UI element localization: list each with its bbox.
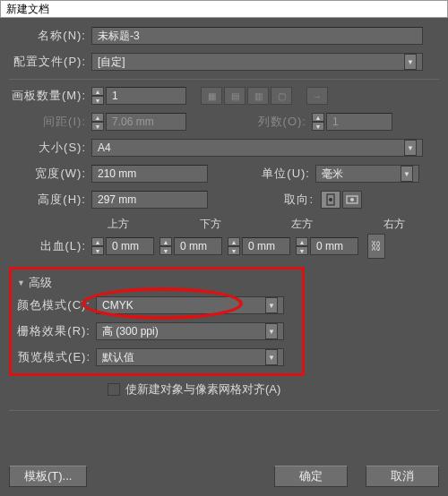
width-input[interactable] xyxy=(91,165,208,183)
bleed-bottom-input[interactable] xyxy=(174,237,222,255)
chevron-down-icon: ▼ xyxy=(404,54,417,70)
align-pixel-checkbox[interactable] xyxy=(108,383,120,396)
step-up-icon: ▲ xyxy=(91,113,104,122)
disclosure-triangle-icon[interactable]: ▼ xyxy=(17,278,25,287)
cols-stepper: ▲ ▼ xyxy=(312,113,324,131)
bleed-right-stepper[interactable]: ▲▼ xyxy=(296,237,308,255)
height-input[interactable] xyxy=(91,191,208,209)
link-icon[interactable]: ⛓ xyxy=(367,234,385,259)
name-label: 名称(N): xyxy=(9,28,91,44)
bleed-right-input[interactable] xyxy=(310,237,358,255)
align-pixel-label: 使新建对象与像素网格对齐(A) xyxy=(125,381,280,398)
spacing-stepper: ▲ ▼ xyxy=(91,113,104,131)
grid-col-icon[interactable]: ▥ xyxy=(247,87,269,105)
profile-label: 配置文件(P): xyxy=(9,54,91,70)
unit-value: 毫米 xyxy=(322,167,343,182)
dialog-body: 名称(N): 配置文件(P): [自定] ▼ 画板数量(M): ▲ ▼ ▦ ▤ … xyxy=(0,18,448,496)
advanced-section: ▼ 高级 颜色模式(C): CMYK ▼ 栅格效果(R): 高 (300 ppi… xyxy=(9,267,305,376)
cols-input xyxy=(326,113,392,131)
height-label: 高度(H): xyxy=(9,192,91,208)
step-down-icon: ▼ xyxy=(91,122,104,131)
ok-button[interactable]: 确定 xyxy=(274,466,348,487)
chevron-down-icon: ▼ xyxy=(401,166,413,182)
svg-point-3 xyxy=(350,198,354,201)
profile-value: [自定] xyxy=(98,55,125,70)
bleed-left-stepper[interactable]: ▲▼ xyxy=(228,237,240,255)
profile-select[interactable]: [自定] ▼ xyxy=(91,53,423,71)
raster-select[interactable]: 高 (300 ppi) ▼ xyxy=(96,322,284,340)
template-button[interactable]: 模板(T)... xyxy=(9,466,87,487)
bleed-top-input[interactable] xyxy=(106,237,154,255)
step-up-icon: ▲ xyxy=(312,113,324,122)
name-input[interactable] xyxy=(91,27,423,45)
grid-row-icon[interactable]: ▤ xyxy=(224,87,246,105)
unit-select[interactable]: 毫米 ▼ xyxy=(315,165,419,183)
size-select[interactable]: A4 ▼ xyxy=(91,139,423,157)
cancel-button[interactable]: 取消 xyxy=(366,466,439,487)
size-label: 大小(S): xyxy=(9,140,91,156)
bleed-top-stepper[interactable]: ▲▼ xyxy=(91,237,104,255)
color-mode-value: CMYK xyxy=(102,299,134,312)
step-up-icon[interactable]: ▲ xyxy=(91,87,104,96)
raster-value: 高 (300 ppi) xyxy=(102,324,159,339)
width-label: 宽度(W): xyxy=(9,166,91,182)
divider xyxy=(9,79,439,80)
chevron-down-icon: ▼ xyxy=(265,349,278,365)
step-down-icon: ▼ xyxy=(312,122,324,131)
orient-label: 取向: xyxy=(280,192,319,208)
step-down-icon[interactable]: ▼ xyxy=(91,96,104,105)
color-mode-label: 颜色模式(C): xyxy=(17,297,96,313)
size-value: A4 xyxy=(98,141,111,154)
bleed-bottom-stepper[interactable]: ▲▼ xyxy=(159,237,172,255)
arrow-right-icon[interactable]: → xyxy=(306,87,328,105)
color-mode-select[interactable]: CMYK ▼ xyxy=(96,296,284,314)
window-title: 新建文档 xyxy=(0,0,448,18)
cols-label: 列数(O): xyxy=(249,114,312,130)
bleed-left-input[interactable] xyxy=(242,237,290,255)
orient-portrait-button[interactable] xyxy=(321,191,340,209)
spacing-input xyxy=(106,113,186,131)
artboards-stepper[interactable]: ▲ ▼ xyxy=(91,87,104,105)
chevron-down-icon: ▼ xyxy=(265,323,278,339)
svg-point-1 xyxy=(329,198,332,201)
bleed-label: 出血(L): xyxy=(9,238,91,254)
preview-select[interactable]: 默认值 ▼ xyxy=(96,348,284,366)
artboards-label: 画板数量(M): xyxy=(9,88,91,104)
grid-single-icon[interactable]: ▢ xyxy=(271,87,292,105)
orient-landscape-button[interactable] xyxy=(342,191,362,209)
divider xyxy=(9,410,439,411)
grid-z-icon[interactable]: ▦ xyxy=(201,87,222,105)
advanced-title: 高级 xyxy=(29,275,52,291)
preview-label: 预览模式(E): xyxy=(17,349,96,365)
unit-label: 单位(U): xyxy=(253,166,315,182)
bleed-right-head: 右方 xyxy=(383,217,440,232)
bleed-left-head: 左方 xyxy=(291,217,348,232)
spacing-label: 间距(I): xyxy=(9,114,91,130)
bleed-top-head: 上方 xyxy=(108,217,164,232)
raster-label: 栅格效果(R): xyxy=(17,323,96,339)
chevron-down-icon: ▼ xyxy=(404,140,417,156)
preview-value: 默认值 xyxy=(102,350,134,365)
chevron-down-icon: ▼ xyxy=(265,297,278,313)
bleed-bottom-head: 下方 xyxy=(200,217,256,232)
artboards-input[interactable] xyxy=(106,87,186,105)
